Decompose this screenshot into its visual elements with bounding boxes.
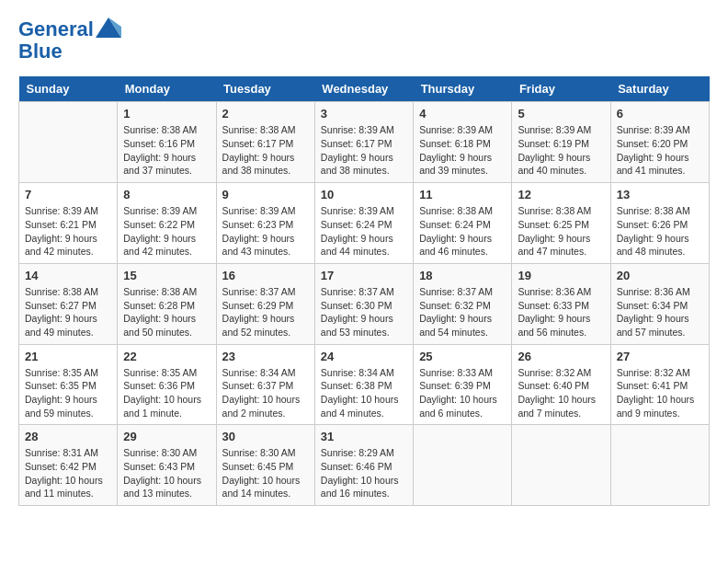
- day-number: 5: [518, 107, 604, 121]
- calendar-cell: 27Sunrise: 8:32 AM Sunset: 6:41 PM Dayli…: [610, 344, 709, 425]
- day-number: 29: [123, 430, 210, 443]
- day-info: Sunrise: 8:37 AM Sunset: 6:30 PM Dayligh…: [321, 285, 407, 339]
- day-number: 16: [222, 269, 309, 282]
- calendar-header: SundayMondayTuesdayWednesdayThursdayFrid…: [19, 76, 710, 102]
- day-number: 22: [123, 350, 210, 363]
- day-info: Sunrise: 8:34 AM Sunset: 6:37 PM Dayligh…: [222, 366, 309, 420]
- page-header: General Blue: [18, 18, 710, 63]
- calendar-cell: 12Sunrise: 8:38 AM Sunset: 6:25 PM Dayli…: [512, 183, 610, 264]
- logo-line2: Blue: [18, 40, 121, 63]
- day-number: 14: [25, 269, 111, 282]
- day-number: 19: [518, 269, 604, 282]
- logo: General Blue: [18, 18, 121, 63]
- day-info: Sunrise: 8:31 AM Sunset: 6:42 PM Dayligh…: [25, 446, 111, 500]
- calendar-cell: 1Sunrise: 8:38 AM Sunset: 6:16 PM Daylig…: [118, 102, 216, 183]
- day-info: Sunrise: 8:38 AM Sunset: 6:24 PM Dayligh…: [419, 204, 506, 259]
- weekday-header: Sunday: [19, 76, 118, 102]
- calendar-cell: 13Sunrise: 8:38 AM Sunset: 6:26 PM Dayli…: [610, 183, 709, 264]
- day-info: Sunrise: 8:39 AM Sunset: 6:21 PM Dayligh…: [25, 204, 111, 259]
- calendar-cell: 31Sunrise: 8:29 AM Sunset: 6:46 PM Dayli…: [314, 425, 413, 506]
- weekday-header: Tuesday: [216, 76, 314, 102]
- calendar-cell: 10Sunrise: 8:39 AM Sunset: 6:24 PM Dayli…: [314, 183, 413, 264]
- day-info: Sunrise: 8:38 AM Sunset: 6:26 PM Dayligh…: [617, 204, 703, 259]
- day-number: 31: [321, 430, 407, 443]
- calendar-cell: 14Sunrise: 8:38 AM Sunset: 6:27 PM Dayli…: [19, 263, 118, 344]
- calendar-week: 7Sunrise: 8:39 AM Sunset: 6:21 PM Daylig…: [19, 183, 710, 264]
- day-number: 13: [617, 188, 703, 201]
- day-number: 21: [25, 350, 111, 363]
- calendar-cell: 7Sunrise: 8:39 AM Sunset: 6:21 PM Daylig…: [19, 183, 118, 264]
- day-number: 26: [518, 350, 604, 363]
- calendar-cell: 9Sunrise: 8:39 AM Sunset: 6:23 PM Daylig…: [216, 183, 314, 264]
- calendar-table: SundayMondayTuesdayWednesdayThursdayFrid…: [18, 76, 710, 506]
- weekday-header: Saturday: [610, 76, 709, 102]
- day-info: Sunrise: 8:39 AM Sunset: 6:24 PM Dayligh…: [321, 204, 407, 259]
- weekday-header: Thursday: [414, 76, 512, 102]
- calendar-cell: 25Sunrise: 8:33 AM Sunset: 6:39 PM Dayli…: [414, 344, 512, 425]
- day-number: 27: [617, 350, 703, 363]
- calendar-cell: 5Sunrise: 8:39 AM Sunset: 6:19 PM Daylig…: [512, 102, 610, 183]
- day-info: Sunrise: 8:35 AM Sunset: 6:35 PM Dayligh…: [25, 366, 111, 420]
- day-number: 11: [419, 188, 506, 201]
- day-info: Sunrise: 8:32 AM Sunset: 6:41 PM Dayligh…: [617, 366, 703, 420]
- day-number: 24: [321, 350, 407, 363]
- day-number: 17: [321, 269, 407, 282]
- day-info: Sunrise: 8:29 AM Sunset: 6:46 PM Dayligh…: [321, 446, 407, 500]
- calendar-week: 14Sunrise: 8:38 AM Sunset: 6:27 PM Dayli…: [19, 263, 710, 344]
- day-number: 3: [321, 107, 407, 121]
- day-info: Sunrise: 8:39 AM Sunset: 6:20 PM Dayligh…: [617, 123, 703, 178]
- calendar-cell: 30Sunrise: 8:30 AM Sunset: 6:45 PM Dayli…: [216, 425, 314, 506]
- weekday-header: Monday: [118, 76, 216, 102]
- calendar-cell: 26Sunrise: 8:32 AM Sunset: 6:40 PM Dayli…: [512, 344, 610, 425]
- calendar-cell: 19Sunrise: 8:36 AM Sunset: 6:33 PM Dayli…: [512, 263, 610, 344]
- calendar-cell: 24Sunrise: 8:34 AM Sunset: 6:38 PM Dayli…: [314, 344, 413, 425]
- day-number: 10: [321, 188, 407, 201]
- day-info: Sunrise: 8:38 AM Sunset: 6:17 PM Dayligh…: [222, 123, 309, 178]
- calendar-week: 28Sunrise: 8:31 AM Sunset: 6:42 PM Dayli…: [19, 425, 710, 506]
- logo-icon: [96, 17, 121, 38]
- calendar-cell: [19, 102, 118, 183]
- day-number: 30: [222, 430, 309, 443]
- logo-line1: General: [18, 18, 94, 40]
- weekday-header: Friday: [512, 76, 610, 102]
- day-number: 20: [617, 269, 703, 282]
- day-number: 28: [25, 430, 111, 443]
- day-info: Sunrise: 8:38 AM Sunset: 6:25 PM Dayligh…: [518, 204, 604, 259]
- calendar-cell: 28Sunrise: 8:31 AM Sunset: 6:42 PM Dayli…: [19, 425, 118, 506]
- day-info: Sunrise: 8:39 AM Sunset: 6:22 PM Dayligh…: [123, 204, 210, 259]
- day-info: Sunrise: 8:39 AM Sunset: 6:18 PM Dayligh…: [419, 123, 506, 178]
- day-info: Sunrise: 8:36 AM Sunset: 6:34 PM Dayligh…: [617, 285, 703, 339]
- day-number: 1: [123, 107, 210, 121]
- day-number: 7: [25, 188, 111, 201]
- day-info: Sunrise: 8:33 AM Sunset: 6:39 PM Dayligh…: [419, 366, 506, 420]
- day-info: Sunrise: 8:34 AM Sunset: 6:38 PM Dayligh…: [321, 366, 407, 420]
- calendar-cell: 2Sunrise: 8:38 AM Sunset: 6:17 PM Daylig…: [216, 102, 314, 183]
- calendar-cell: 29Sunrise: 8:30 AM Sunset: 6:43 PM Dayli…: [118, 425, 216, 506]
- day-info: Sunrise: 8:32 AM Sunset: 6:40 PM Dayligh…: [518, 366, 604, 420]
- calendar-cell: [512, 425, 610, 506]
- calendar-cell: 22Sunrise: 8:35 AM Sunset: 6:36 PM Dayli…: [118, 344, 216, 425]
- day-number: 8: [123, 188, 210, 201]
- day-info: Sunrise: 8:30 AM Sunset: 6:45 PM Dayligh…: [222, 446, 309, 500]
- calendar-cell: 16Sunrise: 8:37 AM Sunset: 6:29 PM Dayli…: [216, 263, 314, 344]
- weekday-header: Wednesday: [314, 76, 413, 102]
- day-info: Sunrise: 8:38 AM Sunset: 6:28 PM Dayligh…: [123, 285, 210, 339]
- calendar-cell: 23Sunrise: 8:34 AM Sunset: 6:37 PM Dayli…: [216, 344, 314, 425]
- day-info: Sunrise: 8:39 AM Sunset: 6:17 PM Dayligh…: [321, 123, 407, 178]
- calendar-cell: 15Sunrise: 8:38 AM Sunset: 6:28 PM Dayli…: [118, 263, 216, 344]
- day-info: Sunrise: 8:39 AM Sunset: 6:23 PM Dayligh…: [222, 204, 309, 259]
- calendar-cell: 20Sunrise: 8:36 AM Sunset: 6:34 PM Dayli…: [610, 263, 709, 344]
- calendar-cell: 4Sunrise: 8:39 AM Sunset: 6:18 PM Daylig…: [414, 102, 512, 183]
- day-info: Sunrise: 8:38 AM Sunset: 6:16 PM Dayligh…: [123, 123, 210, 178]
- day-number: 23: [222, 350, 309, 363]
- calendar-cell: 18Sunrise: 8:37 AM Sunset: 6:32 PM Dayli…: [414, 263, 512, 344]
- calendar-week: 21Sunrise: 8:35 AM Sunset: 6:35 PM Dayli…: [19, 344, 710, 425]
- day-number: 4: [419, 107, 506, 121]
- calendar-cell: 6Sunrise: 8:39 AM Sunset: 6:20 PM Daylig…: [610, 102, 709, 183]
- calendar-cell: 17Sunrise: 8:37 AM Sunset: 6:30 PM Dayli…: [314, 263, 413, 344]
- calendar-cell: 3Sunrise: 8:39 AM Sunset: 6:17 PM Daylig…: [314, 102, 413, 183]
- day-number: 15: [123, 269, 210, 282]
- calendar-cell: 11Sunrise: 8:38 AM Sunset: 6:24 PM Dayli…: [414, 183, 512, 264]
- day-info: Sunrise: 8:38 AM Sunset: 6:27 PM Dayligh…: [25, 285, 111, 339]
- calendar-cell: [414, 425, 512, 506]
